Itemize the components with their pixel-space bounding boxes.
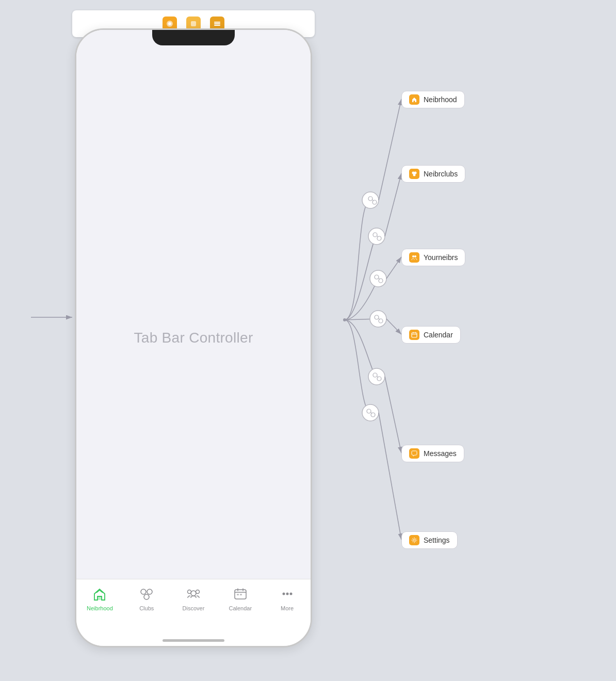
svg-line-38 (379, 318, 380, 320)
svg-point-7 (141, 589, 146, 594)
svg-point-51 (414, 255, 416, 257)
svg-point-1 (168, 22, 171, 25)
calendar-tab-label: Calendar (229, 605, 252, 611)
main-label: Tab Bar Controller (134, 330, 253, 346)
svg-line-26 (372, 200, 374, 201)
svg-line-30 (377, 236, 378, 237)
home-indicator (163, 639, 224, 642)
settings-dest-icon (409, 535, 419, 545)
svg-rect-6 (98, 596, 101, 600)
tab-bar: Neibrhood Clubs D (76, 579, 311, 646)
svg-point-8 (147, 589, 152, 594)
settings-dest-label: Settings (424, 536, 450, 544)
svg-point-18 (289, 593, 292, 595)
svg-point-36 (375, 315, 379, 319)
yourneibrs-dest-label: Yourneibrs (424, 253, 458, 262)
phone-frame: Tab Bar Controller Neibrhood (75, 28, 312, 647)
dest-neibrhood[interactable]: Neibrhood (401, 91, 465, 108)
entry-arrow (31, 310, 77, 325)
svg-point-43 (362, 404, 379, 421)
neibrclubs-dest-icon (409, 169, 419, 179)
svg-point-31 (370, 270, 386, 287)
calendar-dest-icon (409, 330, 419, 340)
dest-yourneibrs[interactable]: Yourneibrs (401, 249, 465, 266)
calendar-dest-label: Calendar (424, 331, 453, 339)
svg-rect-5 (214, 25, 220, 26)
svg-point-39 (368, 368, 385, 385)
yourneibrs-dest-icon (409, 252, 419, 263)
tab-clubs[interactable]: Clubs (123, 585, 170, 611)
discover-tab-label: Discover (183, 605, 205, 611)
neibrhood-tab-label: Neibrhood (87, 605, 113, 611)
svg-point-27 (368, 228, 385, 245)
tab-discover[interactable]: Discover (170, 585, 217, 611)
svg-point-37 (379, 319, 383, 323)
dest-settings[interactable]: Settings (401, 531, 458, 549)
svg-point-41 (377, 377, 381, 381)
svg-line-42 (377, 376, 378, 378)
more-tab-label: More (281, 605, 294, 611)
svg-point-33 (379, 279, 383, 283)
clubs-tab-label: Clubs (139, 605, 154, 611)
svg-point-28 (373, 233, 377, 237)
dest-messages[interactable]: Messages (401, 445, 464, 462)
svg-point-29 (377, 236, 381, 240)
svg-point-9 (144, 594, 149, 599)
svg-point-10 (191, 591, 196, 596)
clubs-icon (137, 585, 156, 603)
svg-point-16 (282, 593, 285, 595)
svg-point-24 (368, 197, 372, 201)
svg-point-11 (187, 590, 191, 594)
svg-point-50 (412, 255, 414, 257)
svg-point-32 (375, 275, 379, 279)
neibrhood-dest-label: Neibrhood (424, 95, 457, 104)
tab-calendar[interactable]: Calendar (217, 585, 264, 611)
dest-calendar[interactable]: Calendar (401, 326, 461, 344)
svg-point-35 (370, 311, 386, 327)
svg-point-49 (413, 174, 416, 176)
neibrhood-dest-icon (409, 94, 419, 105)
calendar-icon (231, 585, 250, 603)
tab-more[interactable]: More (264, 585, 311, 611)
svg-rect-15 (240, 594, 242, 595)
svg-line-34 (379, 278, 380, 280)
svg-point-22 (343, 318, 346, 321)
tab-neibrhood[interactable]: Neibrhood (76, 585, 123, 611)
svg-rect-2 (191, 21, 196, 26)
svg-rect-3 (214, 22, 220, 23)
svg-point-17 (286, 593, 288, 595)
svg-point-25 (372, 200, 377, 204)
neibrhood-icon (90, 585, 109, 603)
svg-point-23 (362, 192, 379, 208)
svg-point-53 (413, 539, 415, 541)
svg-point-40 (373, 373, 377, 377)
neibrclubs-dest-label: Neibrclubs (424, 170, 458, 178)
svg-rect-52 (412, 333, 417, 337)
svg-point-12 (196, 590, 199, 594)
dest-neibrclubs[interactable]: Neibrclubs (401, 165, 465, 183)
svg-point-44 (367, 409, 371, 413)
phone-notch (152, 30, 235, 45)
phone-content: Tab Bar Controller (76, 30, 311, 646)
svg-point-45 (371, 413, 375, 417)
messages-dest-icon (409, 448, 419, 459)
svg-rect-4 (214, 23, 220, 24)
messages-dest-label: Messages (424, 449, 457, 458)
svg-line-46 (371, 412, 372, 414)
svg-rect-14 (237, 594, 239, 595)
discover-icon (184, 585, 203, 603)
more-icon (278, 585, 297, 603)
